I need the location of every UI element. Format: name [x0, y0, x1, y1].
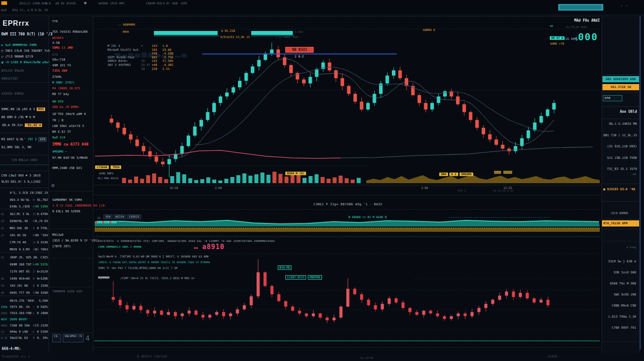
window-dots[interactable]: · ·: [620, 4, 628, 8]
price-chip-teal: 4M 47 b: [550, 36, 564, 40]
faint-metric-1: 1 C3 4800 -040: [276, 35, 298, 38]
mid-button-2[interactable]: E88828: [127, 215, 141, 219]
value-row[interactable]: Q9.A 39.3J= '91,9Z 4: [2, 123, 42, 127]
info-button-2[interactable]: 4: [85, 334, 90, 342]
info-row-1: W55043: [52, 36, 63, 40]
right-quote-row[interactable]: 8568 T9v M 560: [599, 282, 636, 285]
right-quote-row[interactable]: 1.613 T99a J.10: [599, 315, 636, 319]
chart-title: MAd F9s ANdI: [548, 19, 600, 23]
alert-red-badge[interactable]: 6B 0333: [285, 47, 314, 53]
legend-v2: 17.50%: [162, 59, 173, 63]
legend-label: 5BY 3 49V5M91: [107, 63, 131, 67]
legend-mid: J9: [141, 67, 145, 71]
vol-badge-2[interactable]: 9M99M9: [460, 173, 473, 176]
sell-button[interactable]: X61.5T28 50: [602, 84, 639, 90]
menu-item-1[interactable]: U.B: [45, 2, 51, 5]
info-row-19: IMMB cw 0J73 040: [52, 142, 88, 146]
alert-label: 99MC.B9 (6 y93 A 3: [1, 108, 35, 111]
info-row-20: 4M99M9 ~: [52, 150, 67, 154]
right-value-row: D01 7J8 ) 11_9L.J3: [600, 134, 637, 137]
row-value: 4 J199: [37, 284, 48, 288]
legend-mid: 14: [141, 59, 145, 63]
pending-order-row[interactable]: ■ 9J3C03 U3-6 '40: [603, 188, 635, 191]
right-quote-row[interactable]: 33LM 3w } 6J0 ⊕: [599, 260, 636, 263]
menu-item-2[interactable]: AB BI #CKXK: [55, 2, 76, 5]
row-value: 9 7Y9L: [37, 227, 48, 230]
status-left: 9Lww9w93d sru 1: [2, 355, 30, 359]
legend-v1: 228: [152, 67, 157, 71]
quote-row[interactable]: M3 b937 Q.9L' 79T 3 9Z9: [1, 138, 46, 141]
big-price: $000: [575, 31, 598, 42]
lower-pill-2[interactable]: [1397 97J7: [285, 275, 306, 280]
right-quote-row[interactable]: C760 999T 791: [599, 326, 636, 330]
left-row-2[interactable]: ○ (T(3 9B8W9 Q7(9: [1, 55, 33, 58]
lower-line-2: C4M9 99MMW4CL1 49M1 J 4M9MB: [98, 245, 142, 248]
menu-item-0[interactable]: 8UIL3] IUMD-B4B: [19, 2, 47, 5]
row-index: 3J: [1, 234, 4, 237]
menu-item-4[interactable]: CRB4M B3C4 M! 9OB -BIM: [146, 2, 187, 5]
gear-icon[interactable]: ⚙: [51, 182, 54, 188]
vol-badge-1[interactable]: 9 1: [449, 173, 458, 176]
menu-item-3[interactable]: W4908 )MJO MMC: [99, 2, 125, 5]
info-button-0[interactable]: C9.: [52, 334, 61, 342]
pink-prefix: ▪▪: [194, 246, 198, 250]
info-row-15: 78 ; 0: [52, 119, 63, 122]
status-right: kn9d9: [548, 355, 557, 359]
x-label-0: 10:50: [169, 186, 178, 190]
app-logo[interactable]: [1, 1, 7, 5]
row-value: 9=1Z9E: [37, 277, 48, 280]
mid-button-1[interactable]: W81EW: [114, 215, 126, 219]
right-quote-row[interactable]: C9B0 M9v8 C90: [599, 304, 636, 307]
buy-button[interactable]: 6B1 6V66T6PV A9B: [602, 76, 639, 82]
lower-line-3: 9w15-MwrM A .7J8TJM1 9,63 W9 8M 9888 6 I…: [98, 255, 209, 258]
quantity-input[interactable]: EP#: [603, 95, 622, 101]
quote-badge[interactable]: 9Z9: [38, 137, 46, 142]
legend-v2: -4.230: [162, 52, 173, 55]
price-change-orange: b4ME +79: [550, 42, 564, 46]
info-row-6: 49M JV1 T3: [52, 64, 71, 67]
vol-pill-0[interactable]: L73A4A: [95, 165, 109, 169]
row-qty: 4: [33, 324, 34, 327]
alert-row[interactable]: 99MC.B9 (6 y93 A 3 M33: [1, 108, 45, 111]
info-row-11: M9 T7 b4y: [52, 92, 69, 96]
right-quote-row[interactable]: 5W5 9v99 J90: [599, 293, 636, 296]
row-qty: A: [33, 263, 34, 266]
row-value: J39Z J3: [35, 191, 48, 195]
top-menu-bar: Aw9 B4g 51, w.B 0-6L 10 · · 8UIL3] IUMD-…: [0, 0, 644, 14]
status-ticker-left: Aw9: [1, 9, 7, 12]
row-name: 7J79 99T 95: [10, 270, 30, 273]
volume-badge[interactable]: B399 M (9): [285, 172, 306, 175]
alert-badge[interactable]: M33: [37, 108, 45, 111]
row-name: 7J60 99 19A: [10, 324, 30, 327]
mid-section-title: C30G1 P 21g= 087X06 A9g '1 - 0A32: [94, 203, 602, 206]
vol-badge-0[interactable]: 9M4: [439, 173, 448, 176]
lower-line-1: 69T4T99T4 'U 99M9M49T4TBI 4T9) U9MT4M9. …: [98, 239, 275, 242]
mid-button-0[interactable]: 9EW: [104, 215, 112, 219]
row-value: 49 5376: [35, 263, 48, 266]
row-qty: J=: [33, 241, 36, 244]
left-row-3[interactable]: ◪ ~9 5J88 M B9w4(9w9W w9w!: [1, 61, 50, 64]
row-qty: 3: [33, 270, 34, 273]
vol-pill-1[interactable]: TM3A: [111, 165, 121, 169]
right-value-row: T3[_63 J5.1 1579: [600, 167, 637, 171]
row-value: 49 1399: [35, 205, 48, 208]
info-row-27: (953 / 9A.B199 9 1Y '(91): [52, 239, 99, 242]
left-row-0[interactable]: ► 5w3 BMMMMV9d 39M9: [1, 43, 37, 47]
row-index: 61: [1, 212, 4, 215]
highlighted-position-row[interactable]: RTA_76150 6PM: [602, 220, 639, 227]
ticker-note: bw 9TL4d 9b9d: [566, 25, 587, 28]
info-row-25: 9 E9L1 99 5Z999: [52, 210, 80, 213]
left-row-1[interactable]: □ 39E5 C3L8 J58 39b98T 7v5: [1, 49, 50, 53]
lower-pill-3[interactable]: M9M7M8: [308, 275, 322, 280]
row-value: 6=J5J9: [37, 270, 48, 273]
row-name: T973 99. 5h: [10, 305, 30, 309]
right-quote-row[interactable]: 93R 3zv9 500: [599, 271, 636, 274]
row-qty: 4: [33, 191, 34, 195]
lower-pill-1[interactable]: B34-M9: [278, 265, 291, 270]
info-button-1[interactable]: 5BL9M93 (9: [63, 334, 84, 342]
topbar-teal-button[interactable]: [558, 4, 603, 11]
scrollbar-strip[interactable]: [639, 15, 644, 353]
camera-icon[interactable]: ◉: [84, 0, 86, 5]
row-qty: 3: [33, 227, 34, 230]
info-row-3: 58M1 () JNO: [52, 46, 73, 50]
